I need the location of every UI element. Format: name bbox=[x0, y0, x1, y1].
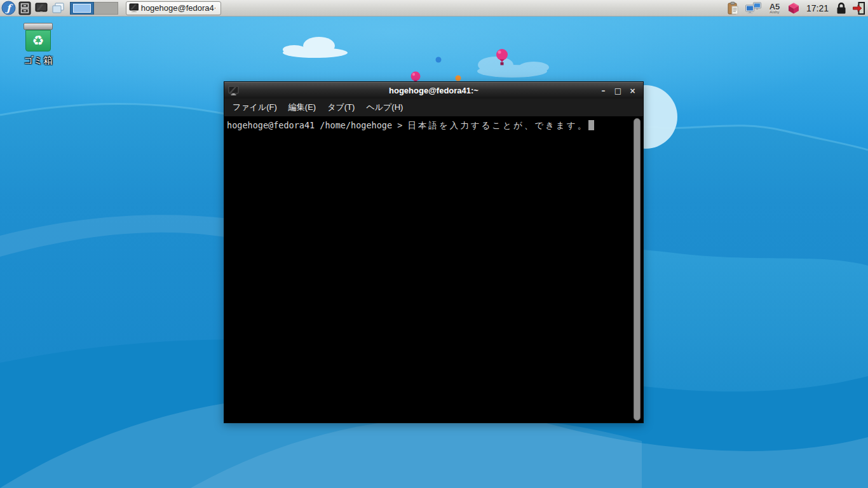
balloon-orange-icon bbox=[456, 76, 461, 81]
workspace-pager bbox=[70, 2, 118, 15]
trash-can: ♻ bbox=[25, 30, 51, 51]
software-update-package-icon[interactable] bbox=[787, 2, 800, 15]
taskbar-button-label: hogehoge@fedora4⋯ bbox=[141, 3, 215, 13]
terminal-screen[interactable]: hogehoge@fedora41 /home/hogehoge > 日本語を入… bbox=[224, 117, 643, 422]
window-buttons: – □ × bbox=[598, 86, 643, 96]
taskbar-terminal-button[interactable]: hogehoge@fedora4⋯ bbox=[126, 1, 221, 15]
maximize-button[interactable]: □ bbox=[613, 86, 623, 96]
trash-label: ゴミ箱 bbox=[18, 55, 58, 67]
anthy-name-label: Anthy bbox=[770, 10, 779, 14]
file-manager-launcher[interactable] bbox=[17, 1, 32, 16]
fedora-logo-icon: ƒ bbox=[1, 1, 16, 15]
menu-edit[interactable]: 編集(E) bbox=[283, 98, 322, 116]
desktop-launcher[interactable] bbox=[34, 1, 49, 16]
terminal-scrollbar[interactable] bbox=[634, 118, 641, 421]
terminal-title: hogehoge@fedora41:~ bbox=[224, 86, 643, 95]
clock[interactable]: 17:21 bbox=[804, 3, 831, 13]
top-panel: ƒ bbox=[0, 0, 868, 17]
logout-door-icon[interactable] bbox=[852, 1, 865, 15]
workspace-1-active[interactable] bbox=[70, 2, 94, 15]
overlapping-windows-icon bbox=[50, 1, 65, 16]
file-cabinet-icon bbox=[17, 1, 32, 16]
prompt-input-text: 日本語を入力することが、できます。 bbox=[407, 120, 588, 130]
recycle-icon: ♻ bbox=[32, 34, 44, 48]
terminal-cursor bbox=[588, 120, 594, 130]
system-tray: A5 Anthy 17:21 bbox=[726, 1, 868, 15]
terminal-window: hogehoge@fedora41:~ – □ × ファイル(F) 編集(E) … bbox=[224, 81, 644, 423]
iconify-all-windows-button[interactable] bbox=[50, 1, 65, 16]
prompt-host-path: hogehoge@fedora41 /home/hogehoge > bbox=[227, 120, 407, 130]
menu-file[interactable]: ファイル(F) bbox=[227, 98, 283, 116]
trash-lid bbox=[24, 23, 53, 30]
anthy-input-method-indicator[interactable]: A5 Anthy bbox=[766, 3, 783, 14]
window-monitor-icon bbox=[129, 3, 139, 13]
terminal-titlebar[interactable]: hogehoge@fedora41:~ – □ × bbox=[224, 82, 643, 98]
terminal-menubar: ファイル(F) 編集(E) タブ(T) ヘルプ(H) bbox=[224, 98, 643, 117]
workspace-2[interactable] bbox=[94, 2, 118, 15]
fedora-menu-button[interactable]: ƒ bbox=[1, 1, 16, 16]
close-button[interactable]: × bbox=[627, 86, 638, 96]
network-icon[interactable] bbox=[745, 1, 762, 15]
trash-desktop-icon[interactable]: ♻ ゴミ箱 bbox=[18, 23, 58, 67]
workspace-window-thumb bbox=[73, 4, 91, 13]
monitor-icon bbox=[34, 1, 49, 16]
menu-tabs[interactable]: タブ(T) bbox=[322, 98, 360, 116]
terminal-prompt-line: hogehoge@fedora41 /home/hogehoge > 日本語を入… bbox=[227, 120, 594, 132]
balloon-blue-icon bbox=[436, 57, 442, 63]
lock-screen-icon[interactable] bbox=[835, 1, 848, 15]
minimize-button[interactable]: – bbox=[598, 86, 609, 96]
menu-help[interactable]: ヘルプ(H) bbox=[360, 98, 409, 116]
clipboard-icon[interactable] bbox=[726, 1, 740, 15]
